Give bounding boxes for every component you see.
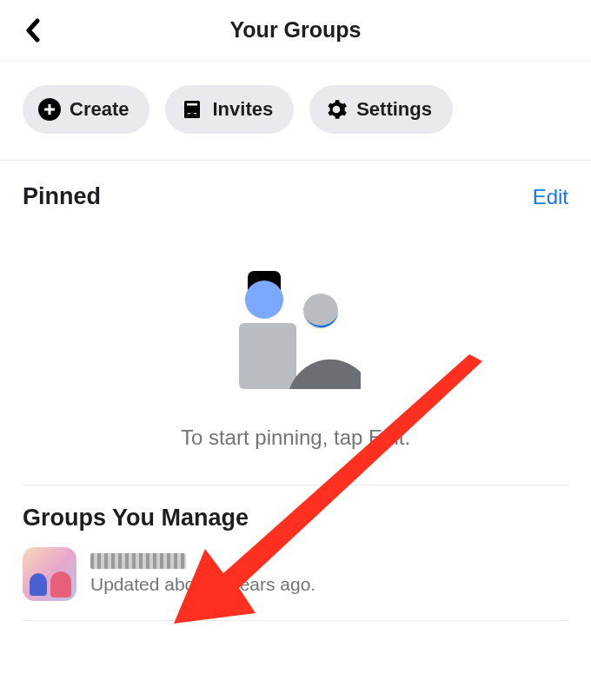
plus-circle-icon (38, 98, 61, 121)
gear-icon (325, 98, 348, 121)
group-row[interactable]: Updated about 4 years ago. (23, 532, 568, 621)
svg-rect-2 (239, 323, 296, 389)
create-button[interactable]: Create (23, 85, 149, 134)
manage-section: Groups You Manage Updated about 4 years … (0, 485, 591, 621)
svg-rect-0 (184, 101, 200, 113)
group-avatar (23, 547, 76, 601)
settings-label: Settings (356, 98, 432, 121)
chevron-left-icon (23, 18, 43, 43)
svg-rect-1 (187, 103, 197, 106)
settings-button[interactable]: Settings (309, 85, 453, 134)
page-title: Your Groups (14, 17, 577, 43)
edit-button[interactable]: Edit (533, 185, 568, 209)
back-button[interactable] (17, 15, 49, 46)
manage-title: Groups You Manage (23, 505, 568, 532)
svg-point-5 (303, 294, 338, 328)
svg-point-4 (245, 281, 283, 319)
group-subtitle: Updated about 4 years ago. (90, 574, 315, 595)
pinned-empty-text: To start pinning, tap Edit. (181, 426, 410, 450)
group-name-redacted (90, 553, 186, 569)
people-icon (230, 271, 361, 393)
invites-button[interactable]: Invites (165, 85, 294, 134)
action-row: Create Invites Settings (0, 61, 591, 161)
header: Your Groups (0, 0, 591, 61)
invite-icon (181, 98, 203, 121)
pinned-title: Pinned (23, 183, 101, 210)
pinned-empty-state: To start pinning, tap Edit. (23, 210, 568, 485)
pinned-section: Pinned Edit To start pinning, tap Edit. (0, 161, 591, 485)
create-label: Create (70, 98, 129, 121)
invites-label: Invites (212, 98, 273, 121)
